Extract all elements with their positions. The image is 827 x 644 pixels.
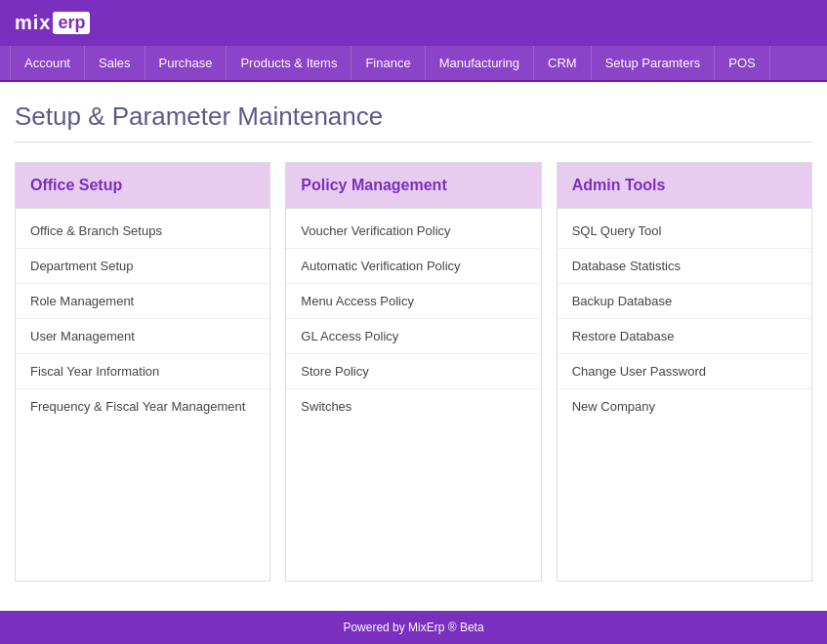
nav-item-pos[interactable]: POS	[715, 46, 769, 80]
main-content: Setup & Parameter Maintenance Office Set…	[0, 82, 827, 611]
panel-admin-tools: Admin ToolsSQL Query ToolDatabase Statis…	[557, 162, 812, 582]
panels-container: Office SetupOffice & Branch SetupsDepart…	[15, 162, 812, 582]
panel-items-admin-tools: SQL Query ToolDatabase StatisticsBackup …	[558, 209, 811, 428]
nav-item-crm[interactable]: CRM	[534, 46, 592, 80]
panel-item-fiscal-year-information[interactable]: Fiscal Year Information	[16, 354, 269, 389]
panel-item-restore-database[interactable]: Restore Database	[558, 319, 811, 354]
panel-item-switches[interactable]: Switches	[286, 389, 540, 423]
nav-item-manufacturing[interactable]: Manufacturing	[426, 46, 534, 80]
panel-item-user-management[interactable]: User Management	[16, 319, 269, 354]
panel-item-office-and-branch-setups[interactable]: Office & Branch Setups	[16, 214, 269, 249]
nav-item-purchase[interactable]: Purchase	[145, 46, 227, 80]
panel-item-frequency-and-fiscal-year-management[interactable]: Frequency & Fiscal Year Management	[16, 389, 269, 423]
panel-header-policy-management: Policy Management	[286, 163, 540, 209]
panel-office-setup: Office SetupOffice & Branch SetupsDepart…	[15, 162, 270, 582]
page-title: Setup & Parameter Maintenance	[15, 101, 812, 142]
nav-item-finance[interactable]: Finance	[351, 46, 425, 80]
panel-header-office-setup: Office Setup	[16, 163, 269, 209]
panel-item-menu-access-policy[interactable]: Menu Access Policy	[286, 284, 540, 319]
nav-item-account[interactable]: Account	[10, 46, 85, 80]
footer-text: Powered by MixErp ® Beta	[343, 621, 483, 634]
nav-item-setup-paramters[interactable]: Setup Paramters	[592, 46, 716, 80]
panel-item-new-company[interactable]: New Company	[558, 389, 811, 423]
panel-item-store-policy[interactable]: Store Policy	[286, 354, 540, 389]
app-header: mix erp	[0, 0, 827, 46]
panel-item-database-statistics[interactable]: Database Statistics	[558, 249, 811, 284]
panel-items-office-setup: Office & Branch SetupsDepartment SetupRo…	[16, 209, 269, 428]
panel-item-automatic-verification-policy[interactable]: Automatic Verification Policy	[286, 249, 540, 284]
logo-erp-text: erp	[53, 12, 90, 34]
panel-header-admin-tools: Admin Tools	[558, 163, 811, 209]
panel-item-sql-query-tool[interactable]: SQL Query Tool	[558, 214, 811, 249]
panel-item-change-user-password[interactable]: Change User Password	[558, 354, 811, 389]
app-footer: Powered by MixErp ® Beta	[0, 611, 827, 644]
panel-items-policy-management: Voucher Verification PolicyAutomatic Ver…	[286, 209, 540, 428]
logo-mix-text: mix	[15, 12, 51, 34]
panel-item-gl-access-policy[interactable]: GL Access Policy	[286, 319, 540, 354]
main-nav: AccountSalesPurchaseProducts & ItemsFina…	[0, 46, 827, 82]
nav-item-products-and-items[interactable]: Products & Items	[227, 46, 351, 80]
panel-item-department-setup[interactable]: Department Setup	[16, 249, 269, 284]
logo[interactable]: mix erp	[15, 12, 90, 34]
panel-item-backup-database[interactable]: Backup Database	[558, 284, 811, 319]
panel-item-voucher-verification-policy[interactable]: Voucher Verification Policy	[286, 214, 540, 249]
panel-item-role-management[interactable]: Role Management	[16, 284, 269, 319]
nav-item-sales[interactable]: Sales	[85, 46, 145, 80]
panel-policy-management: Policy ManagementVoucher Verification Po…	[285, 162, 541, 582]
